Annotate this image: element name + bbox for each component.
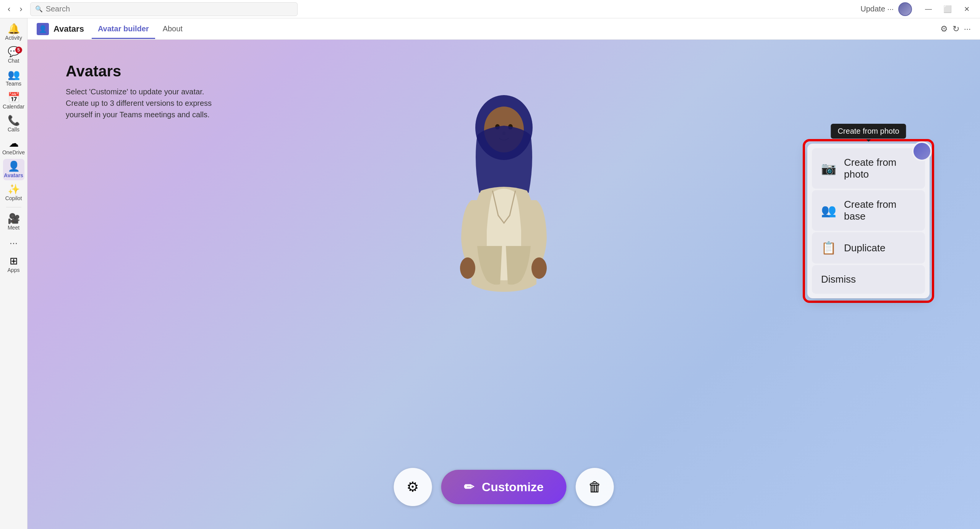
sidebar-item-label: Calls	[8, 126, 19, 133]
page-title: Avatars	[66, 63, 212, 80]
camera-icon: 📷	[821, 161, 836, 176]
profile-corner-avatar	[912, 141, 932, 161]
teams-icon: 👥	[8, 70, 20, 79]
tabbar-settings-button[interactable]: ⚙	[940, 24, 948, 34]
duplicate-button[interactable]: 📋 Duplicate	[812, 232, 925, 264]
sidebar-item-calendar[interactable]: 📅 Calendar	[3, 90, 24, 112]
page-description: Select 'Customize' to update your avatar…	[66, 86, 212, 120]
sidebar-item-label: Avatars	[4, 172, 23, 178]
avatars-tab-icon: 👤	[39, 25, 47, 33]
sidebar-item-onedrive[interactable]: ☁ OneDrive	[3, 136, 24, 157]
main-content: 👤 Avatars Avatar builder About ⚙ ↻ ··· A…	[28, 18, 980, 529]
sidebar-separator	[6, 207, 21, 207]
tabbar-right: ⚙ ↻ ···	[940, 24, 971, 34]
search-bar[interactable]: 🔍	[30, 2, 298, 16]
copilot-icon: ✨	[8, 184, 20, 194]
customize-label: Customize	[482, 480, 544, 494]
sidebar: 🔔 Activity 5 💬 Chat 👥 Teams 📅 Calendar 📞…	[0, 18, 28, 529]
customize-icon: ✏	[464, 480, 474, 494]
avatar-svg	[443, 86, 565, 307]
calendar-icon: 📅	[8, 92, 20, 102]
tab-about[interactable]: About	[157, 20, 189, 39]
create-from-base-button[interactable]: 👥 Create from base	[812, 190, 925, 231]
titlebar: ‹ › 🔍 Update ··· — ⬜ ✕	[0, 0, 980, 18]
user-avatar[interactable]	[898, 2, 912, 16]
delete-icon: 🗑	[588, 479, 602, 495]
settings-icon: ⚙	[407, 479, 419, 495]
sidebar-more-button[interactable]: ···	[6, 234, 21, 252]
customize-button[interactable]: ✏ Customize	[441, 470, 567, 504]
svg-point-5	[460, 257, 475, 279]
sidebar-item-chat[interactable]: 5 💬 Chat	[3, 44, 24, 66]
nav-forward-button[interactable]: ›	[16, 3, 25, 16]
window-controls: — ⬜ ✕	[920, 3, 975, 15]
create-from-photo-label: Create from photo	[844, 157, 916, 180]
maximize-button[interactable]: ⬜	[939, 3, 956, 15]
sidebar-item-label: OneDrive	[2, 149, 25, 155]
meet-icon: 🎥	[8, 214, 20, 223]
nav-buttons: ‹ ›	[5, 3, 26, 16]
avatar-preview	[412, 63, 596, 330]
tabbar-refresh-button[interactable]: ↻	[952, 24, 959, 34]
bottom-bar: ⚙ ✏ Customize 🗑	[394, 468, 614, 506]
chat-badge: 5	[15, 47, 22, 53]
sidebar-item-label: Teams	[6, 81, 21, 87]
create-from-base-label: Create from base	[844, 199, 916, 222]
svg-point-6	[531, 257, 547, 279]
titlebar-right: Update ··· — ⬜ ✕	[860, 2, 975, 16]
sidebar-item-label: Activity	[5, 35, 22, 41]
nav-back-button[interactable]: ‹	[5, 3, 13, 16]
sidebar-item-label: Meet	[8, 225, 19, 231]
close-button[interactable]: ✕	[958, 3, 975, 15]
sidebar-item-teams[interactable]: 👥 Teams	[3, 67, 24, 89]
content-area: Avatars Select 'Customize' to update you…	[28, 40, 980, 529]
sidebar-item-copilot[interactable]: ✨ Copilot	[3, 182, 24, 203]
minimize-button[interactable]: —	[920, 3, 937, 15]
sidebar-item-apps[interactable]: ⊞ Apps	[3, 254, 24, 275]
duplicate-label: Duplicate	[844, 242, 885, 254]
delete-button[interactable]: 🗑	[576, 468, 614, 506]
context-menu: Create from photo 📷 Create from photo 👥 …	[807, 144, 930, 298]
tooltip-label: Create from photo	[831, 124, 906, 139]
context-menu-border: Create from photo 📷 Create from photo 👥 …	[803, 139, 934, 303]
apps-icon: ⊞	[10, 256, 18, 266]
dismiss-label: Dismiss	[821, 273, 856, 285]
sidebar-item-meet[interactable]: 🎥 Meet	[3, 211, 24, 233]
update-button[interactable]: Update ···	[860, 5, 894, 13]
sidebar-item-label: Apps	[8, 267, 20, 273]
context-menu-wrapper: Create from photo 📷 Create from photo 👥 …	[803, 139, 934, 303]
tabbar-more-button[interactable]: ···	[964, 24, 971, 34]
app-tab-icon: 👤	[37, 23, 49, 35]
create-from-photo-button[interactable]: 📷 Create from photo	[812, 148, 925, 189]
sidebar-item-calls[interactable]: 📞 Calls	[3, 113, 24, 134]
people-icon: 👥	[821, 203, 836, 218]
dismiss-button[interactable]: Dismiss	[812, 265, 925, 294]
duplicate-icon: 📋	[821, 241, 836, 255]
sidebar-item-label: Copilot	[5, 195, 22, 201]
avatars-icon: 👤	[8, 161, 20, 171]
page-title-area: Avatars Select 'Customize' to update you…	[66, 63, 212, 120]
activity-icon: 🔔	[8, 24, 20, 34]
settings-button[interactable]: ⚙	[394, 468, 432, 506]
sidebar-item-activity[interactable]: 🔔 Activity	[3, 21, 24, 43]
app-layout: 🔔 Activity 5 💬 Chat 👥 Teams 📅 Calendar 📞…	[0, 18, 980, 529]
tabbar: 👤 Avatars Avatar builder About ⚙ ↻ ···	[28, 18, 980, 40]
tab-avatar-builder[interactable]: Avatar builder	[92, 20, 155, 39]
onedrive-icon: ☁	[9, 138, 19, 148]
search-input[interactable]	[46, 5, 293, 13]
app-name-label: Avatars	[53, 24, 84, 34]
sidebar-item-label: Chat	[8, 58, 19, 64]
calls-icon: 📞	[8, 115, 20, 125]
sidebar-item-avatars[interactable]: 👤 Avatars	[3, 159, 24, 180]
sidebar-item-label: Calendar	[3, 104, 24, 110]
search-icon: 🔍	[35, 5, 43, 13]
